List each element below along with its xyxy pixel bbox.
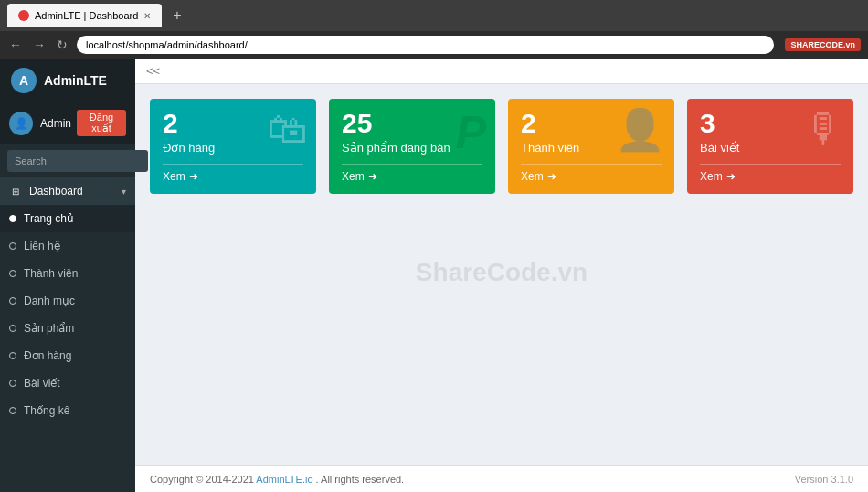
circle-icon-3 — [9, 270, 16, 277]
back-btn[interactable]: ← — [7, 37, 24, 52]
card-view-posts[interactable]: Xem ➜ — [700, 164, 841, 183]
sidebar-item-contact[interactable]: Liên hệ — [0, 232, 135, 260]
circle-icon-5 — [9, 325, 16, 332]
browser-chrome: AdminLTE | Dashboard ✕ + — [0, 0, 868, 31]
orders-icon: 🛍 — [267, 106, 307, 152]
circle-icon-6 — [9, 352, 16, 359]
sidebar-item-label-categories: Danh mục — [24, 294, 75, 307]
sidebar-item-home[interactable]: Trang chủ — [0, 205, 135, 232]
chevron-icon: ▾ — [122, 187, 126, 197]
sidebar-item-posts[interactable]: Bài viết — [0, 369, 135, 397]
footer-copyright: Copyright © 2014-2021 AdminLTE.io . All … — [150, 474, 404, 485]
card-top-members: 2 Thành viên 👤 — [521, 110, 662, 155]
sidebar-item-label-orders: Đơn hàng — [24, 349, 71, 362]
address-bar: ← → ↻ SHARECODE.vn — [0, 31, 868, 59]
search-box: 🔍 — [0, 144, 135, 177]
circle-icon-4 — [9, 297, 16, 305]
sidebar: A AdminLTE 👤 Admin Đăng xuất 🔍 ⊞ Dashboa… — [0, 59, 135, 492]
card-members: 2 Thành viên 👤 Xem ➜ — [508, 99, 674, 194]
circle-icon-2 — [9, 242, 16, 250]
sidebar-brand: A AdminLTE — [0, 59, 135, 102]
avatar: 👤 — [9, 112, 33, 135]
card-label-orders: Đơn hàng — [163, 141, 215, 155]
circle-icon-7 — [9, 380, 16, 387]
sidebar-item-orders[interactable]: Đơn hàng — [0, 342, 135, 369]
url-input[interactable] — [77, 36, 774, 54]
brand-name: AdminLTE — [44, 73, 107, 88]
version-info: Version 3.1.0 — [795, 474, 853, 485]
sidebar-item-label-posts: Bài viết — [24, 377, 60, 390]
circle-icon-8 — [9, 407, 16, 414]
card-orders: 2 Đơn hàng 🛍 Xem ➜ — [150, 99, 316, 194]
sidebar-item-stats[interactable]: Thống kê — [0, 397, 135, 424]
sidebar-item-dashboard[interactable]: ⊞ Dashboard ▾ — [0, 177, 135, 205]
dashboard-cards: 2 Đơn hàng 🛍 Xem ➜ 25 S — [150, 99, 853, 194]
card-number-members: 2 — [521, 110, 579, 137]
posts-icon: 🎙 — [804, 106, 844, 152]
nav-menu: ⊞ Dashboard ▾ Trang chủ Liên hệ Thành vi… — [0, 177, 135, 492]
content-header: << — [135, 59, 868, 84]
sidebar-item-products[interactable]: Sản phẩm — [0, 315, 135, 342]
card-top-posts: 3 Bài viết 🎙 — [700, 110, 841, 155]
forward-btn[interactable]: → — [31, 37, 48, 52]
card-top-orders: 2 Đơn hàng 🛍 — [163, 110, 303, 155]
card-view-members[interactable]: Xem ➜ — [521, 164, 662, 183]
page-footer: Copyright © 2014-2021 AdminLTE.io . All … — [135, 465, 868, 492]
card-posts: 3 Bài viết 🎙 Xem ➜ — [687, 99, 853, 194]
products-icon: P — [456, 106, 486, 159]
members-icon: 👤 — [615, 106, 665, 154]
card-number-orders: 2 — [163, 110, 215, 137]
content-area: ShareCode.vn 2 Đơn hàng 🛍 Xem ➜ — [135, 84, 868, 465]
new-tab-btn[interactable]: + — [167, 7, 186, 24]
card-label-members: Thành viên — [521, 141, 579, 155]
card-view-orders[interactable]: Xem ➜ — [163, 164, 303, 183]
sidebar-item-label-stats: Thống kê — [24, 404, 69, 417]
logout-button[interactable]: Đăng xuất — [77, 110, 126, 136]
circle-icon — [9, 215, 16, 222]
sidebar-item-members[interactable]: Thành viên — [0, 260, 135, 287]
browser-tab[interactable]: AdminLTE | Dashboard ✕ — [7, 4, 162, 27]
sharecode-logo: SHARECODE.vn — [785, 38, 861, 51]
user-panel: 👤 Admin Đăng xuất — [0, 102, 135, 144]
user-name: Admin — [40, 117, 71, 130]
sidebar-item-categories[interactable]: Danh mục — [0, 287, 135, 315]
tab-close-btn[interactable]: ✕ — [143, 11, 151, 21]
tab-title: AdminLTE | Dashboard — [35, 10, 138, 21]
brand-icon: A — [11, 68, 37, 93]
search-input[interactable] — [7, 150, 148, 172]
sidebar-item-label-home: Trang chủ — [24, 212, 74, 225]
card-number-products: 25 — [342, 110, 450, 137]
card-top-products: 25 Sản phẩm đang bán P — [342, 110, 482, 155]
tab-favicon — [18, 10, 29, 21]
card-number-posts: 3 — [700, 110, 739, 137]
sidebar-item-label-contact: Liên hệ — [24, 240, 60, 252]
sidebar-item-label-members: Thành viên — [24, 267, 78, 280]
watermark: ShareCode.vn — [416, 257, 587, 286]
dashboard-icon: ⊞ — [9, 185, 22, 198]
card-products: 25 Sản phẩm đang bán P Xem ➜ — [329, 99, 495, 194]
app-container: A AdminLTE 👤 Admin Đăng xuất 🔍 ⊞ Dashboa… — [0, 59, 868, 492]
sidebar-item-label-products: Sản phẩm — [24, 322, 74, 335]
footer-link[interactable]: AdminLTE.io — [256, 474, 312, 485]
card-label-products: Sản phẩm đang bán — [342, 141, 450, 155]
user-info: Admin Đăng xuất — [40, 110, 126, 136]
sidebar-item-label-dashboard: Dashboard — [29, 185, 83, 198]
sidebar-toggle[interactable]: << — [146, 64, 160, 78]
reload-btn[interactable]: ↻ — [55, 37, 69, 52]
card-view-products[interactable]: Xem ➜ — [342, 164, 482, 183]
card-label-posts: Bài viết — [700, 141, 739, 155]
main-content: << ShareCode.vn 2 Đơn hàng 🛍 Xem — [135, 59, 868, 492]
